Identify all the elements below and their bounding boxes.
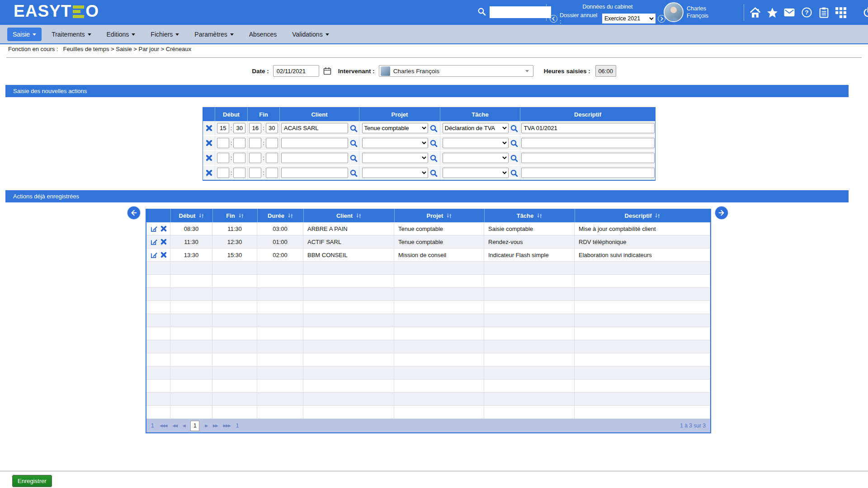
pager-prev-icon[interactable]: ◀ (183, 424, 185, 428)
edit-row-icon[interactable] (150, 238, 158, 246)
saved-actions-column-header[interactable]: Début (170, 209, 212, 222)
apps-grid-icon[interactable] (835, 7, 847, 19)
tache-select[interactable] (443, 153, 509, 163)
saved-actions-column-header[interactable]: Descriptif (575, 209, 710, 222)
pager-next-icon[interactable]: ▶ (205, 424, 207, 428)
menu-item-saisie[interactable]: Saisie (7, 28, 42, 41)
client-search-icon[interactable] (349, 139, 358, 147)
fin-hour-input[interactable] (249, 123, 261, 133)
projet-search-icon[interactable] (429, 169, 438, 177)
delete-row-icon[interactable] (206, 155, 212, 161)
projet-select[interactable] (362, 153, 428, 163)
client-input[interactable] (281, 123, 348, 133)
pager-fast-rewind-icon[interactable]: ◀◀◀ (160, 424, 167, 428)
fin-minute-input[interactable] (266, 138, 278, 148)
previous-exercice-icon[interactable] (550, 15, 557, 23)
client-search-icon[interactable] (349, 169, 358, 177)
sort-icon[interactable] (655, 213, 660, 219)
current-page-box[interactable]: 1 (190, 421, 199, 431)
menu-item-paramtres[interactable]: Paramètres (189, 28, 239, 41)
debut-hour-input[interactable] (217, 123, 229, 133)
app-logo[interactable]: EASYT O (14, 3, 99, 19)
client-input[interactable] (281, 168, 348, 178)
fin-minute-input[interactable] (266, 153, 278, 163)
fin-hour-input[interactable] (249, 153, 261, 163)
projet-search-icon[interactable] (429, 124, 438, 132)
menu-item-traitements[interactable]: Traitements (46, 28, 96, 41)
page-number-last[interactable]: 1 (236, 422, 239, 429)
saved-actions-column-header[interactable]: Tâche (484, 209, 575, 222)
projet-select[interactable] (362, 138, 428, 148)
tache-search-icon[interactable] (510, 124, 518, 132)
star-icon[interactable] (766, 7, 778, 19)
home-icon[interactable] (749, 7, 761, 19)
delete-row-icon[interactable] (206, 125, 212, 131)
debut-minute-input[interactable] (233, 123, 245, 133)
delete-row-icon[interactable] (206, 140, 212, 146)
debut-minute-input[interactable] (233, 168, 245, 178)
edit-row-icon[interactable] (150, 251, 158, 259)
date-input[interactable] (273, 65, 319, 77)
projet-search-icon[interactable] (429, 139, 438, 147)
tache-search-icon[interactable] (510, 139, 518, 147)
sort-icon[interactable] (446, 213, 452, 219)
menu-item-fichiers[interactable]: Fichiers (145, 28, 184, 41)
debut-hour-input[interactable] (217, 153, 229, 163)
descriptif-input[interactable] (521, 123, 655, 133)
descriptif-input[interactable] (521, 168, 655, 178)
calendar-icon[interactable] (323, 67, 331, 75)
client-search-icon[interactable] (349, 124, 358, 132)
saved-actions-column-header[interactable]: Durée (257, 209, 303, 222)
fin-minute-input[interactable] (266, 168, 278, 178)
tache-select[interactable] (443, 138, 509, 148)
client-search-icon[interactable] (349, 154, 358, 162)
descriptif-input[interactable] (521, 138, 655, 148)
previous-day-button[interactable] (127, 206, 140, 219)
tache-search-icon[interactable] (510, 169, 518, 177)
debut-minute-input[interactable] (233, 153, 245, 163)
delete-row-icon[interactable] (206, 169, 212, 176)
delete-row-icon[interactable] (160, 239, 167, 245)
sort-icon[interactable] (537, 213, 542, 219)
menu-item-validations[interactable]: Validations (287, 28, 334, 41)
fin-hour-input[interactable] (249, 138, 261, 148)
global-search-input[interactable] (490, 6, 551, 18)
menu-item-absences[interactable]: Absences (244, 28, 282, 41)
fin-minute-input[interactable] (266, 123, 278, 133)
debut-hour-input[interactable] (217, 168, 229, 178)
next-day-button[interactable] (715, 206, 728, 219)
user-menu[interactable]: Charles François (664, 2, 708, 22)
intervenant-select[interactable]: Charles François (379, 65, 533, 77)
saved-actions-column-header[interactable]: Client (303, 209, 394, 222)
projet-search-icon[interactable] (429, 154, 438, 162)
delete-row-icon[interactable] (160, 225, 167, 232)
fin-hour-input[interactable] (249, 168, 261, 178)
mail-icon[interactable] (783, 7, 795, 19)
projet-select[interactable] (362, 168, 428, 178)
debut-hour-input[interactable] (217, 138, 229, 148)
menu-item-editions[interactable]: Editions (101, 28, 141, 41)
sort-icon[interactable] (198, 213, 204, 219)
sort-icon[interactable] (356, 213, 362, 219)
pager-fast-forward-icon[interactable]: ▶▶▶ (223, 424, 230, 428)
save-button[interactable]: Enregistrer (12, 475, 52, 487)
dossier-annuel-select[interactable]: Exercice 2021 (602, 14, 656, 23)
client-input[interactable] (281, 138, 348, 148)
debut-minute-input[interactable] (233, 138, 245, 148)
saved-actions-column-header[interactable]: Fin (212, 209, 257, 222)
help-icon[interactable]: ? (801, 7, 812, 19)
projet-select[interactable]: Tenue comptable (362, 123, 428, 133)
notes-icon[interactable] (818, 7, 830, 19)
saved-actions-column-header[interactable]: Projet (394, 209, 484, 222)
client-input[interactable] (281, 153, 348, 163)
pager-forward-icon[interactable]: ▶▶ (213, 424, 218, 428)
delete-row-icon[interactable] (160, 252, 167, 258)
power-icon[interactable] (862, 7, 868, 19)
tache-select[interactable] (443, 168, 509, 178)
page-number-first[interactable]: 1 (151, 422, 154, 429)
edit-row-icon[interactable] (150, 225, 158, 233)
sort-icon[interactable] (238, 213, 244, 219)
pager-rewind-icon[interactable]: ◀◀ (172, 424, 177, 428)
descriptif-input[interactable] (521, 153, 655, 163)
sort-icon[interactable] (288, 213, 293, 219)
